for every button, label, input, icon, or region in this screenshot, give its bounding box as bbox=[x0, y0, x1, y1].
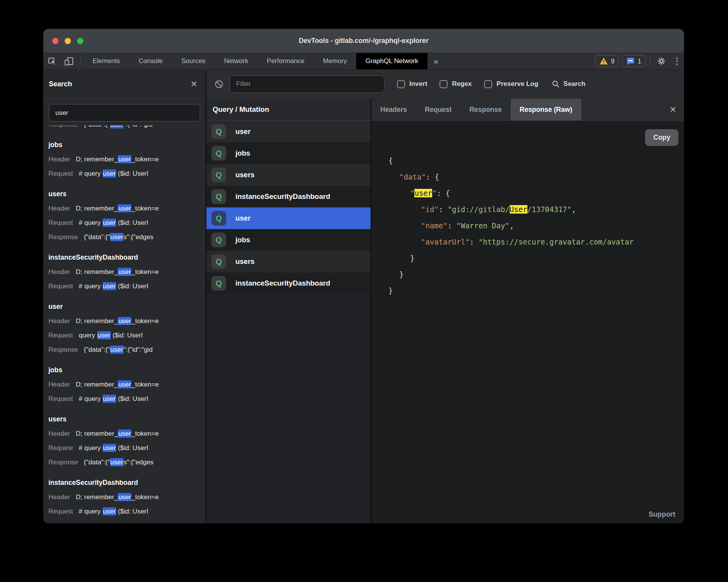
network-group: Invert Regex Preserve Log Search bbox=[206, 70, 684, 523]
search-result-text: D; remember_user_token=e bbox=[76, 493, 159, 501]
search-result-row[interactable]: HeaderD; remember_user_token=e bbox=[48, 490, 206, 504]
query-type-badge: Q bbox=[211, 124, 226, 139]
copy-button[interactable]: Copy bbox=[645, 129, 678, 146]
json-match-highlight: user bbox=[414, 189, 432, 197]
query-list-item[interactable]: Qjobs bbox=[206, 142, 371, 164]
search-result-text: # query user ($id: UserI bbox=[79, 219, 148, 227]
zoom-window-button[interactable] bbox=[77, 38, 83, 44]
json-line: "data": { bbox=[388, 169, 684, 185]
query-name: instanceSecurityDashboard bbox=[235, 192, 330, 201]
search-match-highlight: user bbox=[118, 430, 131, 438]
query-list-item[interactable]: Qusers bbox=[206, 251, 371, 272]
invert-checkbox[interactable] bbox=[397, 80, 405, 88]
search-result-label: Request bbox=[48, 332, 73, 339]
search-query-input[interactable] bbox=[49, 104, 200, 122]
search-result-row[interactable]: Response{"data":{"users":{"edges bbox=[48, 230, 206, 244]
json-line: { bbox=[388, 152, 684, 169]
search-result-row[interactable]: Request# query user ($id: UserI bbox=[48, 279, 206, 293]
tab-performance[interactable]: Performance bbox=[258, 53, 314, 69]
search-result-row[interactable]: Request# query user ($id: UserI bbox=[48, 392, 206, 406]
search-result-row[interactable]: HeaderD; remember_user_token=e bbox=[48, 201, 206, 216]
tab-headers[interactable]: Headers bbox=[371, 99, 416, 120]
tab-response-raw[interactable]: Response (Raw) bbox=[511, 99, 581, 120]
tab-request[interactable]: Request bbox=[416, 99, 460, 120]
query-list-item[interactable]: QinstanceSecurityDashboard bbox=[206, 186, 371, 207]
warnings-badge[interactable]: 9 bbox=[595, 55, 619, 67]
json-line: } bbox=[388, 266, 684, 282]
search-result-row[interactable]: HeaderD; remember_user_token=e bbox=[48, 314, 206, 328]
tab-network[interactable]: Network bbox=[215, 53, 258, 69]
preserve-log-label: Preserve Log bbox=[496, 80, 538, 88]
search-result-row[interactable]: Request# query user ($id: UserI bbox=[48, 504, 206, 519]
query-type-badge: Q bbox=[211, 233, 226, 247]
preserve-log-checkbox[interactable] bbox=[484, 80, 492, 88]
search-result-row[interactable]: Response{"data":{"user":{"id":"gid bbox=[48, 342, 206, 357]
settings-gear-icon[interactable] bbox=[653, 53, 670, 69]
search-result-text: {"data":{"user":{"id":"gid bbox=[84, 125, 153, 128]
close-window-button[interactable] bbox=[52, 38, 58, 44]
search-result-label: Header bbox=[48, 317, 70, 325]
query-name: jobs bbox=[235, 149, 250, 157]
search-result-group-title: user bbox=[48, 300, 206, 314]
search-result-row[interactable]: Request# query user ($id: UserI bbox=[48, 441, 206, 455]
tab-memory[interactable]: Memory bbox=[314, 53, 356, 69]
search-result-text: D; remember_user_token=e bbox=[76, 155, 159, 163]
search-match-highlight: user bbox=[103, 282, 116, 290]
filter-input[interactable] bbox=[230, 75, 385, 93]
toolbar-divider bbox=[650, 56, 650, 66]
search-result-text: D; remember_user_token=e bbox=[76, 204, 159, 212]
query-list: QuserQjobsQusersQinstanceSecurityDashboa… bbox=[206, 121, 371, 294]
inspect-element-button[interactable] bbox=[43, 53, 60, 69]
search-result-row[interactable]: Request# query user ($id: UserI bbox=[48, 216, 206, 230]
tab-graphql-network[interactable]: GraphQL Network bbox=[356, 53, 428, 69]
response-close-icon[interactable]: × bbox=[670, 104, 676, 115]
window-titlebar: DevTools - gitlab.com/-/graphql-explorer bbox=[43, 29, 684, 53]
menu-kebab-icon[interactable] bbox=[670, 53, 684, 69]
search-match-highlight: user bbox=[110, 458, 124, 466]
search-result-row[interactable]: HeaderD; remember_user_token=e bbox=[48, 265, 206, 279]
regex-checkbox[interactable] bbox=[440, 80, 448, 88]
query-name: users bbox=[235, 171, 254, 179]
search-result-row[interactable]: Response{"data":{"user":{"id":"gid bbox=[48, 125, 206, 132]
query-list-item[interactable]: QinstanceSecurityDashboard bbox=[206, 272, 371, 294]
query-name: instanceSecurityDashboard bbox=[235, 279, 330, 288]
search-panel: Search × Response{"data":{"user":{"id":"… bbox=[43, 70, 206, 523]
query-type-badge: Q bbox=[211, 146, 226, 161]
search-result-label: Header bbox=[48, 430, 70, 437]
search-result-row[interactable]: HeaderD; remember_user_token=e bbox=[48, 377, 206, 392]
query-type-badge: Q bbox=[211, 254, 226, 269]
search-result-text: {"data":{"users":{"edges bbox=[84, 458, 154, 466]
search-result-row[interactable]: Requestquery user ($id: UserI bbox=[48, 328, 206, 342]
tab-sources[interactable]: Sources bbox=[172, 53, 215, 69]
search-result-label: Header bbox=[48, 156, 70, 163]
query-list-item[interactable]: Qusers bbox=[206, 164, 371, 186]
query-list-item[interactable]: Quser bbox=[206, 121, 371, 142]
search-result-row[interactable]: Response{"data":{"users":{"edges bbox=[48, 455, 206, 469]
search-result-text: D; remember_user_token=e bbox=[76, 317, 159, 325]
tab-console[interactable]: Console bbox=[129, 53, 172, 69]
json-line: } bbox=[388, 250, 684, 266]
query-list-item[interactable]: Qjobs bbox=[206, 229, 371, 251]
tab-response[interactable]: Response bbox=[460, 99, 511, 120]
search-result-row[interactable]: HeaderD; remember_user_token=e bbox=[48, 426, 206, 441]
search-result-row[interactable]: Request# query user ($id: UserI bbox=[48, 166, 206, 181]
block-clear-icon[interactable] bbox=[214, 79, 224, 89]
toolbar-search-button[interactable]: Search bbox=[551, 80, 585, 88]
search-result-row[interactable]: HeaderD; remember_user_token=e bbox=[48, 152, 206, 166]
json-viewer: {"data": {"user": {"id": "gid://gitlab/U… bbox=[371, 121, 684, 299]
more-tabs-chevron[interactable]: » bbox=[428, 53, 445, 69]
query-name: user bbox=[235, 214, 251, 223]
search-close-icon[interactable]: × bbox=[191, 79, 197, 89]
search-result-group-title: instanceSecurityDashboard bbox=[48, 476, 206, 490]
minimize-window-button[interactable] bbox=[65, 38, 71, 44]
invert-label: Invert bbox=[409, 80, 427, 88]
search-match-highlight: user bbox=[118, 380, 131, 389]
device-toolbar-button[interactable] bbox=[60, 53, 77, 69]
search-match-highlight: user bbox=[103, 395, 116, 403]
search-result-text: # query user ($id: UserI bbox=[79, 282, 148, 290]
response-tabs: Headers Request Response Response (Raw) … bbox=[371, 99, 684, 121]
query-list-item[interactable]: Quser bbox=[206, 207, 371, 229]
tab-elements[interactable]: Elements bbox=[83, 53, 129, 69]
issues-badge[interactable]: 1 bbox=[622, 55, 646, 67]
support-link[interactable]: Support bbox=[649, 510, 675, 519]
